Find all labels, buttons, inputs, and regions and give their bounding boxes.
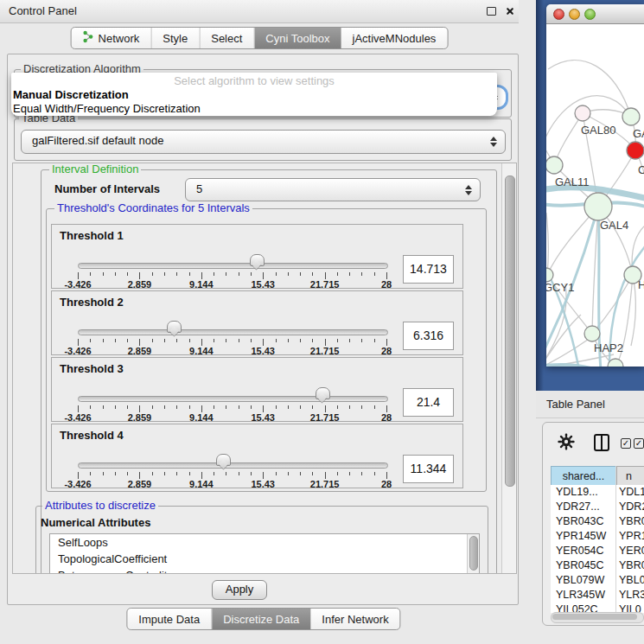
threshold-value-field[interactable]: 14.713 <box>403 255 454 284</box>
tick-mark <box>226 272 226 276</box>
table-row[interactable]: YBL079WYBL0 <box>551 573 644 588</box>
slider-handle[interactable] <box>216 454 231 466</box>
algorithm-dropdown-popup: Select algorithm to view settings Manual… <box>11 73 497 116</box>
slider-handle[interactable] <box>316 387 330 399</box>
column-header-shared-name[interactable]: shared... <box>551 466 616 487</box>
gear-icon[interactable] <box>558 433 575 454</box>
network-canvas[interactable]: GAL80GACGAL11GAL4GCY1HHAP2 <box>546 24 644 367</box>
slider-handle[interactable] <box>167 321 182 333</box>
tab-jactivemnodules[interactable]: jActiveMNodules <box>341 28 448 48</box>
tab-select[interactable]: Select <box>200 28 254 48</box>
tick-mark <box>300 405 301 409</box>
table-horizontal-scrollbar[interactable] <box>551 612 644 623</box>
settings-scroll-viewport: Interval Definition Number of Intervals … <box>12 163 517 574</box>
threshold-value-field[interactable]: 11.344 <box>403 455 454 483</box>
table-row[interactable]: YDR27...YDR2 <box>551 500 644 514</box>
close-traffic-light[interactable] <box>553 9 564 20</box>
column-header-name[interactable]: n <box>616 466 644 487</box>
tick-mark <box>164 405 165 409</box>
algorithm-option-manual-discretization[interactable]: Manual Discretization <box>11 88 497 102</box>
tick-mark <box>361 405 362 409</box>
tick-mark <box>312 405 313 409</box>
tick-mark <box>361 272 362 276</box>
table-data-combobox[interactable]: galFiltered.sif default node <box>21 130 506 154</box>
network-node-gal4[interactable] <box>584 193 612 220</box>
tab-cyni-toolbox[interactable]: Cyni Toolbox <box>254 28 341 48</box>
float-window-icon[interactable] <box>487 7 496 16</box>
tick-mark <box>325 472 326 479</box>
threshold-panel-4: Threshold 4-3.4262.8599.14415.4321.71528… <box>51 424 463 488</box>
apply-button[interactable]: Apply <box>212 580 267 600</box>
table-row[interactable]: YBR045CYBR0 <box>551 558 644 573</box>
table-row[interactable]: YBR043CYBR0 <box>551 514 644 529</box>
column-divider <box>615 466 616 613</box>
minimize-traffic-light[interactable] <box>569 9 580 20</box>
tick-mark <box>276 405 277 409</box>
tab-label: Select <box>211 32 242 45</box>
algorithm-option-equal-width-frequency-discretization[interactable]: Equal Width/Frequency Discretization <box>11 102 497 116</box>
threshold-value-field[interactable]: 6.316 <box>403 322 454 350</box>
tick-mark <box>139 339 140 346</box>
threshold-slider-track[interactable] <box>78 329 388 335</box>
tab-style[interactable]: Style <box>151 28 200 48</box>
tick-mark <box>189 339 190 342</box>
split-view-icon[interactable] <box>594 434 609 451</box>
threshold-slider-track[interactable] <box>78 462 388 469</box>
axis-tick-label: -3.426 <box>54 346 102 356</box>
settings-vertical-scrollbar[interactable] <box>501 163 517 573</box>
axis-tick-label: 9.144 <box>177 346 226 356</box>
attribute-list-scrollbar[interactable] <box>467 534 479 573</box>
tick-mark <box>288 472 289 475</box>
threshold-value-field[interactable]: 21.4 <box>403 388 454 417</box>
network-node-gal11[interactable] <box>546 156 563 174</box>
tick-mark <box>386 405 387 412</box>
attribute-item-topologicalcoefficient[interactable]: TopologicalCoefficient <box>50 551 479 567</box>
tab-impute-data[interactable]: Impute Data <box>127 609 212 629</box>
tab-label: Style <box>163 32 188 45</box>
tick-mark <box>176 339 177 342</box>
numerical-attributes-list[interactable]: SelfLoopsTopologicalCoefficientBetweenne… <box>49 533 480 574</box>
tick-mark <box>239 339 239 342</box>
tick-mark <box>374 272 375 276</box>
tick-mark <box>349 272 350 276</box>
attribute-item-betweennesscentrality[interactable]: BetweennessCentrality <box>50 567 479 574</box>
number-of-intervals-combobox[interactable]: 5 <box>185 178 481 201</box>
threshold-slider-track[interactable] <box>78 263 388 269</box>
combobox-arrows-icon <box>490 137 497 147</box>
tick-mark <box>349 339 350 342</box>
tab-network[interactable]: Network <box>72 28 152 48</box>
tick-mark <box>263 472 264 479</box>
algorithm-placeholder-item[interactable]: Select algorithm to view settings <box>11 73 497 88</box>
table-row[interactable]: YPR145WYPR1 <box>551 529 644 544</box>
network-node-gal80[interactable] <box>575 105 590 121</box>
checkbox-icon[interactable]: ✓ <box>634 438 644 449</box>
close-icon[interactable] <box>505 6 515 16</box>
tab-discretize-data[interactable]: Discretize Data <box>212 609 310 629</box>
network-node-c[interactable] <box>627 142 644 159</box>
attribute-item-selfloops[interactable]: SelfLoops <box>50 534 479 551</box>
slider-handle[interactable] <box>250 254 265 266</box>
network-node-ga[interactable] <box>622 108 640 125</box>
axis-tick-label: 21.715 <box>301 279 349 290</box>
tick-mark <box>201 472 202 479</box>
tab-infer-network[interactable]: Infer Network <box>310 609 399 629</box>
threshold-slider-track[interactable] <box>78 396 388 402</box>
cell-shared-name: YDR27... <box>556 500 611 514</box>
axis-tick-label: 2.859 <box>115 346 163 356</box>
axis-tick-label: -3.426 <box>54 412 102 423</box>
tick-mark <box>189 405 190 409</box>
tick-mark <box>300 272 301 276</box>
table-row[interactable]: YDL19...YDL1 <box>551 485 644 500</box>
network-node-hap2[interactable] <box>584 326 600 341</box>
combobox-arrows-icon <box>465 185 472 195</box>
checkbox-icon[interactable]: ✓ <box>621 438 631 449</box>
tick-mark <box>164 339 165 342</box>
zoom-traffic-light[interactable] <box>584 9 596 20</box>
tick-mark <box>276 339 277 342</box>
table-row[interactable]: YER054CYER0 <box>551 544 644 558</box>
tick-mark <box>127 272 128 276</box>
node-attribute-table[interactable]: shared... n YDL19...YDL1YDR27...YDR2YBR0… <box>551 466 644 613</box>
table-row[interactable]: YLR345WYLR3 <box>551 588 644 603</box>
node-label: GAL80 <box>581 124 615 137</box>
tick-mark <box>214 272 214 276</box>
